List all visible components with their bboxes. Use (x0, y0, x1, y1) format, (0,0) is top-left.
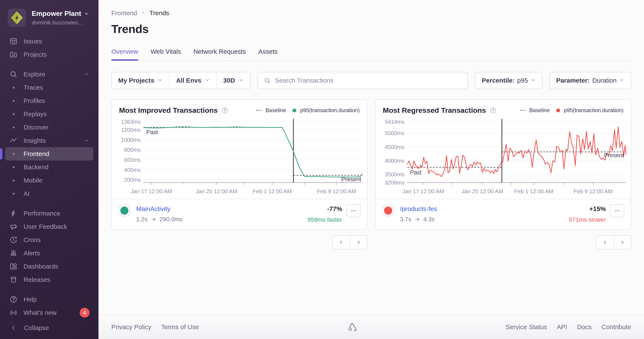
sidebar-item-insights[interactable]: Insights (5, 134, 93, 147)
percentile-select[interactable]: Percentile: p95 (475, 72, 542, 89)
releases-icon (9, 275, 18, 284)
sidebar-item-traces[interactable]: Traces (5, 81, 93, 94)
sidebar-item-frontend[interactable]: Frontend (5, 147, 93, 161)
transaction-menu-button[interactable] (610, 204, 624, 217)
sidebar-item-explore[interactable]: Explore (5, 68, 93, 81)
chevron-down-icon (205, 77, 210, 84)
search-transactions-input[interactable] (275, 77, 462, 84)
sidebar-item-crons[interactable]: Crons (5, 233, 93, 247)
sidebar-item-help[interactable]: Help (5, 293, 93, 306)
improved-transaction-row: MainActivity 1.2s 290.0ms -77% (112, 199, 367, 229)
sidebar-item-what-s-new[interactable]: What's new4 (5, 306, 93, 319)
tab-web-vitals[interactable]: Web Vitals (150, 48, 181, 60)
privacy-policy-link[interactable]: Privacy Policy (111, 323, 151, 331)
sidebar-item-alerts[interactable]: Alerts (5, 247, 93, 260)
megaphone-icon (9, 222, 18, 231)
tab-network-requests[interactable]: Network Requests (193, 48, 246, 60)
parameter-select[interactable]: Parameter: Duration (549, 72, 631, 89)
transaction-menu-button[interactable] (346, 204, 360, 217)
whats-new-badge: 4 (80, 308, 90, 318)
chevron-down-icon (530, 77, 536, 84)
sidebar-item-issues[interactable]: Issues (5, 35, 93, 48)
baseline-dash-icon (520, 110, 526, 111)
project-filter-button[interactable]: My Projects (112, 72, 170, 89)
sidebar-item-label: Dashboards (24, 263, 58, 270)
question-circle-icon[interactable] (490, 107, 497, 114)
chevron-right-icon (620, 239, 625, 245)
project-filter-label: My Projects (118, 77, 154, 84)
tab-assets[interactable]: Assets (258, 48, 278, 60)
chevron-left-icon (602, 239, 608, 245)
sidebar-item-releases[interactable]: Releases (5, 273, 93, 286)
regressed-transaction-row: /products-fes 3.7s 4.3s +15% (376, 199, 631, 229)
sidebar-item-profiles[interactable]: Profiles (5, 94, 93, 107)
improved-trend-chart: 1363ms1200ms1000ms800ms600ms400ms200msJa… (112, 116, 367, 199)
series-dot-icon (292, 108, 296, 112)
svg-text:4500ms: 4500ms (385, 144, 404, 150)
terms-of-use-link[interactable]: Terms of Use (161, 323, 199, 331)
svg-text:5000ms: 5000ms (385, 130, 404, 136)
next-page-button[interactable] (614, 236, 631, 249)
transaction-link[interactable]: /products-fes (400, 205, 437, 213)
sidebar-item-label: User Feedback (24, 223, 67, 230)
previous-page-button[interactable] (333, 236, 350, 249)
sidebar-item-label: Crons (24, 236, 41, 244)
sidebar-nav: IssuesProjectsExploreTracesProfilesRepla… (0, 33, 98, 319)
arrow-right-icon (150, 216, 156, 222)
main-area: Frontend Trends Trends OverviewWeb Vital… (98, 0, 644, 339)
chevron-right-icon (356, 239, 362, 245)
sidebar-item-dashboards[interactable]: Dashboards (5, 260, 93, 273)
sidebar-item-label: AI (24, 190, 30, 197)
org-switcher[interactable]: Empower Plant dominik.buszowiec… (0, 0, 98, 33)
duration-from: 3.7s (400, 216, 411, 223)
svg-text:Feb 9 12:00 AM: Feb 9 12:00 AM (574, 188, 612, 194)
bullet-icon (9, 96, 18, 105)
api-link[interactable]: API (557, 323, 567, 331)
docs-link[interactable]: Docs (577, 323, 592, 331)
sidebar-item-backend[interactable]: Backend (5, 161, 93, 174)
question-circle-icon[interactable] (221, 107, 228, 114)
svg-text:Feb 1 12:00 AM: Feb 1 12:00 AM (253, 188, 292, 194)
clock-icon (9, 235, 18, 244)
empower-plant-logo (8, 8, 26, 27)
sidebar-item-discover[interactable]: Discover (5, 121, 93, 134)
org-name: Empower Plant (32, 10, 81, 17)
duration-from: 1.2s (136, 216, 148, 223)
percentile-label: Percentile: (482, 77, 514, 84)
date-range-filter-button[interactable]: 30D (217, 72, 250, 89)
regressed-column: Most Regressed Transactions Baseline p95… (375, 99, 631, 249)
search-icon (264, 77, 270, 84)
sidebar-item-label: Traces (24, 84, 43, 91)
insights-icon (9, 136, 18, 145)
contribute-link[interactable]: Contribute (602, 323, 631, 331)
next-page-button[interactable] (350, 236, 367, 249)
breadcrumb: Frontend Trends (111, 9, 631, 17)
chevron-down-icon (238, 77, 244, 84)
transaction-radio[interactable] (118, 204, 130, 217)
sidebar-item-label: Mobile (24, 177, 42, 184)
svg-text:600ms: 600ms (124, 157, 141, 163)
sidebar-item-mobile[interactable]: Mobile (5, 174, 93, 187)
sidebar-item-performance[interactable]: Performance (5, 207, 93, 220)
sidebar-collapse-button[interactable]: Collapse (0, 319, 98, 339)
transaction-link[interactable]: MainActivity (136, 205, 182, 213)
svg-text:200ms: 200ms (124, 177, 141, 183)
sidebar-item-label: Backend (24, 164, 48, 171)
regressed-trend-chart: 5414ms5000ms4500ms4000ms3500ms3206msJan … (376, 116, 631, 199)
transaction-radio[interactable] (382, 204, 394, 217)
breadcrumb-frontend[interactable]: Frontend (111, 9, 137, 17)
sidebar-item-user-feedback[interactable]: User Feedback (5, 220, 93, 233)
tab-overview[interactable]: Overview (111, 48, 138, 60)
previous-page-button[interactable] (596, 236, 614, 249)
improved-column: Most Improved Transactions Baseline p95(… (111, 99, 368, 249)
service-status-link[interactable]: Service Status (506, 323, 547, 331)
search-icon (9, 70, 18, 79)
bullet-icon (9, 176, 18, 185)
sidebar-item-label: What's new (24, 309, 56, 316)
sidebar-item-ai[interactable]: AI (5, 187, 93, 200)
bullet-icon (9, 123, 18, 132)
environment-filter-button[interactable]: All Envs (170, 72, 217, 89)
sidebar-item-projects[interactable]: Projects (5, 48, 93, 61)
sidebar-item-replays[interactable]: Replays (5, 107, 93, 121)
bullet-icon (9, 149, 18, 158)
